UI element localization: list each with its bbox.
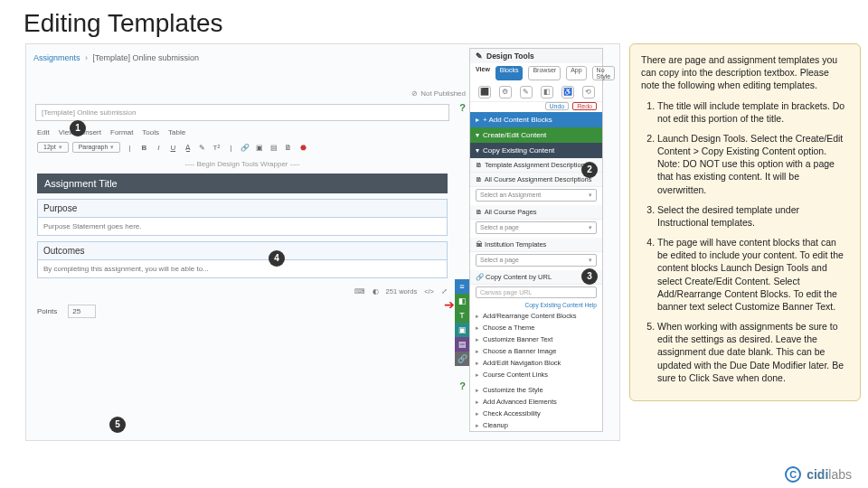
keyboard-icon[interactable]: ⌨ [354,287,365,296]
underline-icon[interactable]: U [167,144,178,152]
brand-logo: C cidilabs [785,466,852,483]
doc-icon[interactable]: 🗎 [283,144,294,152]
item-add-rearrange[interactable]: Add/Rearrange Content Blocks [470,310,602,322]
tab-format[interactable]: Format [110,128,133,136]
wordcount: 251 words [386,287,418,296]
tab-edit[interactable]: Edit [37,128,50,136]
arrow-icon: ➔ [444,297,455,312]
item-nav-block[interactable]: Add/Edit Navigation Block [470,357,602,369]
fontsize-select[interactable]: 12pt [37,142,69,153]
link-icon[interactable]: 🔗 [240,144,250,152]
copy-help-link[interactable]: Copy Existing Content Help [470,300,602,310]
purpose-body[interactable]: Purpose Statement goes here. [38,218,447,235]
view-app[interactable]: App [566,66,586,80]
outcomes-body[interactable]: By completing this assignment, you will … [38,260,447,277]
italic-icon[interactable]: I [153,144,164,152]
tool-icon[interactable]: ◧ [541,86,553,99]
media-icon[interactable]: ▤ [269,144,279,152]
item-advanced[interactable]: Add Advanced Elements [470,396,602,408]
tab-table[interactable]: Table [168,128,185,136]
item-accessibility[interactable]: Check Accessibility [470,408,602,419]
redo-link[interactable]: Redo [572,102,597,110]
title-field[interactable]: [Template] Online submission [35,104,449,121]
instruction-2: Launch Design Tools. Select the Create/E… [657,132,849,196]
purpose-heading: Purpose [38,200,447,218]
item-customize-style[interactable]: Customize the Style [470,384,602,396]
view-nostyle[interactable]: No Style [592,66,616,80]
fullscreen-icon[interactable]: ⤢ [441,287,448,296]
view-label: View [476,66,490,80]
callout-4: 4 [269,250,285,267]
tool-icon[interactable]: ⟲ [582,86,595,99]
item-choose-theme[interactable]: Choose a Theme [470,322,602,333]
design-tools-header: Design Tools [470,49,602,63]
breadcrumb: Assignments › [Template] Online submissi… [33,53,199,62]
institution-templates-row[interactable]: 🏛 Institution Templates [470,238,602,252]
callout-2: 2 [581,162,598,178]
view-browser[interactable]: Browser [528,66,561,80]
html-toggle[interactable]: </> [424,287,434,296]
bold-icon[interactable]: B [138,144,149,152]
callout-3: 3 [581,268,598,285]
copy-existing-content[interactable]: ▾ Copy Existing Content [470,143,602,158]
callout-1: 1 [70,120,86,136]
add-content-blocks[interactable]: ▸ + Add Content Blocks [470,112,602,127]
undo-link[interactable]: Undo [545,102,570,110]
points-input[interactable]: 25 [68,305,96,318]
breadcrumb-root[interactable]: Assignments [33,53,80,62]
strip-nav-icon[interactable]: ▤ [455,337,469,352]
wrapper-marker: ---- Begin Design Tools Wrapper ---- [28,156,457,172]
page-title: Editing Templates [0,0,868,43]
tab-tools[interactable]: Tools [142,128,159,136]
help-icon[interactable]: ? [459,380,466,391]
select-page-dd[interactable]: Select a page [476,221,597,234]
tool-icon[interactable]: ✎ [520,86,533,99]
tool-icon[interactable]: ♿ [561,86,574,99]
design-tools-panel: Design Tools View Blocks Browser App No … [469,48,603,432]
image-icon[interactable]: ▣ [254,144,265,152]
tab-insert[interactable]: Insert [83,128,101,136]
a11y-icon[interactable]: ◐ [373,287,379,296]
all-course-pages-row[interactable]: 🗎 All Course Pages [470,205,602,220]
tool-icon[interactable]: ⚙ [499,86,512,99]
paragraph-select[interactable]: Paragraph [72,142,121,153]
select-assignment-dd[interactable]: Select an Assignment [476,189,597,202]
url-input[interactable]: Canvas page URL [476,286,597,298]
view-blocks[interactable]: Blocks [495,66,524,80]
instruction-3: Select the desired template under Instru… [657,203,849,229]
strip-link-icon[interactable]: 🔗 [455,352,469,366]
strip-theme-icon[interactable]: ◧ [455,294,469,308]
help-icon[interactable]: ? [459,102,466,113]
item-cleanup[interactable]: Cleanup [470,419,602,431]
app-screenshot: Assignments › [Template] Online submissi… [25,43,620,441]
textcolor-icon[interactable]: A̲ [182,144,193,152]
tool-icon[interactable]: ⬛ [478,86,491,99]
strip-text-icon[interactable]: T [455,308,469,323]
highlight-icon[interactable]: ✎ [196,144,207,152]
instruction-1: The title will include template in brack… [657,99,849,125]
breadcrumb-current: [Template] Online submission [93,53,200,62]
instructions-intro: There are page and assignment templates … [641,53,849,92]
item-content-links[interactable]: Course Content Links [470,369,602,380]
create-edit-content[interactable]: ▾ Create/Edit Content [470,127,602,143]
item-banner-image[interactable]: Choose a Banner Image [470,345,602,357]
select-page2-dd[interactable]: Select a page [476,254,597,267]
brand-mark-icon: C [785,466,801,483]
outcomes-heading: Outcomes [38,242,447,260]
strip-list-icon[interactable]: ≡ [455,279,469,294]
strip-image-icon[interactable]: ▣ [455,323,469,337]
tool-strip: ≡ ◧ T ▣ ▤ 🔗 [455,279,469,366]
instructions-box: There are page and assignment templates … [629,43,861,401]
item-banner-text[interactable]: Customize Banner Text [470,333,602,345]
instruction-4: The page will have content blocks that c… [657,236,849,313]
purpose-section[interactable]: Purpose Purpose Statement goes here. [37,199,448,236]
assignment-title-block[interactable]: Assignment Title [37,174,448,193]
app-icon[interactable]: ⬣ [297,144,308,152]
outcomes-section[interactable]: Outcomes By completing this assignment, … [37,241,448,278]
super-icon[interactable]: T² [211,144,222,152]
instruction-5: When working with assignments be sure to… [657,320,849,384]
callout-5: 5 [109,417,126,433]
points-label: Points [37,307,57,315]
